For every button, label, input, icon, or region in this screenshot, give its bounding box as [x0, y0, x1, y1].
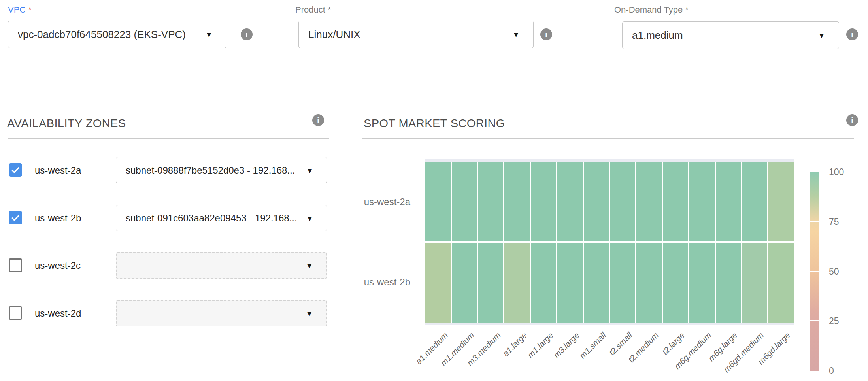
heatmap-cell[interactable]: [425, 243, 451, 323]
heatmap-cell[interactable]: [689, 243, 715, 323]
availability-zones-info-icon[interactable]: i: [312, 114, 324, 126]
vpc-label: VPC *: [8, 5, 32, 15]
x-axis-label: m6gd.large: [756, 330, 792, 366]
info-glyph: i: [851, 116, 853, 124]
info-glyph: i: [317, 116, 319, 124]
product-label: Product *: [295, 5, 331, 15]
subnet-select-value: subnet-09888f7be5152d0e3 - 192.168...: [126, 165, 295, 176]
heatmap-cell[interactable]: [636, 243, 662, 323]
subnet-select-value: subnet-091c603aa82e09453 - 192.168...: [126, 213, 297, 224]
vpc-info-icon[interactable]: i: [241, 28, 253, 40]
availability-zones-title: AVAILABILITY ZONES: [7, 117, 126, 130]
heatmap-cell[interactable]: [504, 162, 530, 241]
heatmap-cell[interactable]: [610, 243, 635, 323]
x-axis-label: m3.large: [552, 330, 581, 360]
x-axis-label: m1.small: [577, 330, 608, 360]
heatmap-cell[interactable]: [742, 162, 767, 241]
colorbar-tick-label: 50: [829, 266, 839, 277]
heatmap-cell[interactable]: [531, 162, 556, 241]
subnet-select[interactable]: subnet-091c603aa82e09453 - 192.168... ▼: [116, 205, 327, 231]
heatmap-plot: [425, 159, 794, 325]
chevron-down-icon: ▼: [818, 32, 825, 39]
heatmap-cell[interactable]: [716, 243, 741, 323]
y-axis-label: us-west-2a: [331, 196, 410, 207]
x-axis-label: a1.medium: [414, 330, 450, 366]
vpc-select[interactable]: vpc-0adcb70f645508223 (EKS-VPC) ▼: [8, 21, 226, 48]
x-axis-label: t2.small: [607, 330, 634, 357]
x-axis-label: m1.large: [526, 330, 555, 360]
az-zone-label: us-west-2a: [35, 165, 81, 176]
on-demand-type-required-mark: *: [685, 5, 689, 15]
heatmap-cell[interactable]: [663, 243, 688, 323]
colorbar-tick-label: 0: [829, 366, 834, 376]
az-checkbox[interactable]: [9, 306, 22, 320]
az-checkbox[interactable]: [9, 163, 22, 177]
product-select-value: Linux/UNIX: [308, 28, 360, 41]
availability-zones-rule: [8, 138, 329, 139]
x-axis-label: m6g.medium: [672, 330, 713, 371]
colorbar-tick: [810, 221, 819, 222]
heatmap-cell[interactable]: [478, 162, 504, 241]
az-row: us-west-2c ▼: [9, 252, 328, 279]
heatmap-cell[interactable]: [768, 243, 794, 323]
spot-instance-config-page: VPC * vpc-0adcb70f645508223 (EKS-VPC) ▼ …: [0, 0, 868, 381]
az-zone-label: us-west-2b: [35, 213, 81, 224]
subnet-select[interactable]: ▼: [116, 300, 327, 326]
heatmap-cell[interactable]: [478, 243, 504, 323]
az-row: us-west-2a subnet-09888f7be5152d0e3 - 19…: [9, 157, 328, 184]
chevron-down-icon: ▼: [512, 31, 520, 38]
heatmap-cell[interactable]: [531, 243, 556, 323]
colorbar-tick-label: 75: [829, 217, 839, 227]
on-demand-type-info-icon[interactable]: i: [846, 28, 858, 40]
chevron-down-icon: ▼: [306, 309, 313, 317]
y-axis-label: us-west-2b: [331, 277, 410, 288]
heatmap-grid: [425, 162, 794, 323]
heatmap-cell[interactable]: [663, 162, 688, 241]
chevron-down-icon: ▼: [306, 262, 313, 269]
x-axis-label: m1.medium: [439, 330, 476, 368]
heatmap-cell[interactable]: [557, 162, 583, 241]
x-axis-label: t2.medium: [626, 330, 660, 364]
colorbar-tick: [810, 271, 819, 272]
product-required-mark: *: [328, 5, 331, 15]
heatmap-cell[interactable]: [584, 243, 609, 323]
chevron-down-icon: ▼: [205, 31, 213, 38]
check-icon: [10, 164, 21, 175]
colorbar-tick: [810, 320, 819, 321]
spot-market-scoring-rule: [362, 138, 854, 139]
on-demand-type-label-text: On-Demand Type: [614, 5, 683, 15]
az-row: us-west-2d ▼: [9, 300, 328, 327]
heatmap-cell[interactable]: [742, 243, 767, 323]
product-info-icon[interactable]: i: [540, 28, 552, 40]
info-glyph: i: [245, 30, 247, 39]
x-axis-label: m6gd.medium: [722, 330, 766, 374]
colorbar-tick-label: 100: [829, 167, 844, 177]
vpc-required-mark: *: [28, 5, 32, 15]
heatmap-cell[interactable]: [768, 162, 794, 241]
heatmap-cell[interactable]: [716, 162, 741, 241]
subnet-select[interactable]: ▼: [116, 252, 327, 279]
heatmap-cell[interactable]: [689, 162, 715, 241]
spot-market-scoring-title: SPOT MARKET SCORING: [364, 117, 505, 130]
on-demand-type-select[interactable]: a1.medium ▼: [622, 21, 839, 49]
on-demand-type-label: On-Demand Type *: [614, 5, 689, 15]
product-select[interactable]: Linux/UNIX ▼: [298, 21, 534, 48]
heatmap-cell[interactable]: [504, 243, 530, 323]
heatmap-cell[interactable]: [610, 162, 635, 241]
spot-market-scoring-info-icon[interactable]: i: [846, 114, 858, 126]
check-icon: [10, 212, 21, 223]
on-demand-type-select-value: a1.medium: [632, 29, 683, 41]
az-row: us-west-2b subnet-091c603aa82e09453 - 19…: [9, 204, 328, 232]
heatmap-cell[interactable]: [425, 162, 451, 241]
subnet-select[interactable]: subnet-09888f7be5152d0e3 - 192.168... ▼: [116, 157, 327, 183]
x-axis-label: m3.medium: [465, 330, 503, 368]
heatmap-cell[interactable]: [557, 243, 583, 323]
section-divider: [347, 98, 347, 381]
heatmap-cell[interactable]: [452, 243, 477, 323]
heatmap-cell[interactable]: [452, 162, 477, 241]
heatmap-cell[interactable]: [584, 162, 609, 241]
az-checkbox[interactable]: [9, 258, 22, 272]
heatmap-cell[interactable]: [636, 162, 662, 241]
chevron-down-icon: ▼: [306, 166, 313, 174]
az-checkbox[interactable]: [9, 211, 22, 224]
